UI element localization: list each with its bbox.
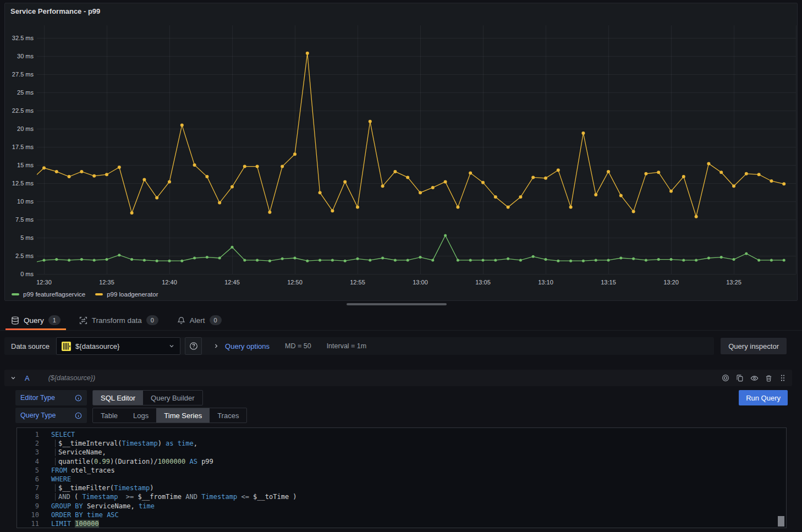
datasource-help-button[interactable] xyxy=(185,337,202,355)
query-type-option-time-series[interactable]: Time Series xyxy=(156,408,210,423)
sql-line: 8AND ( Timestamp >= $__fromTime AND Time… xyxy=(17,492,786,501)
sql-token: 1000000 xyxy=(158,458,186,465)
copy-icon xyxy=(736,374,744,382)
y-axis-tick: 10 ms xyxy=(17,198,34,205)
sql-token: otel_traces xyxy=(67,467,115,474)
sql-editor[interactable]: 1SELECT2$__timeInterval(Timestamp) as ti… xyxy=(17,427,787,528)
y-axis-tick: 12.5 ms xyxy=(12,180,34,187)
legend-marker xyxy=(95,293,103,295)
editor-tabs: Query1Transform data0Alert0 xyxy=(0,310,802,331)
chart-legend: p99 featureflagservicep99 loadgenerator xyxy=(12,291,158,298)
x-axis-tick: 12:50 xyxy=(287,279,303,286)
datasource-row: Data source ${datasource} Query options … xyxy=(4,337,714,355)
chevron-right-icon[interactable] xyxy=(213,343,219,349)
sql-line-text: $__timeFilter(Timestamp) xyxy=(51,484,153,492)
tab-badge: 0 xyxy=(210,315,222,325)
editor-type-option-query-builder[interactable]: Query Builder xyxy=(143,391,202,405)
sql-token: ) xyxy=(150,484,153,492)
line-number: 5 xyxy=(17,466,39,475)
x-axis-tick: 13:20 xyxy=(663,279,679,286)
sql-token: SELECT xyxy=(51,431,75,438)
delete-query-button[interactable] xyxy=(765,375,772,382)
database-icon xyxy=(11,316,19,325)
sql-token: p99 xyxy=(197,458,213,465)
sql-line-text: AND ( Timestamp >= $__fromTime AND Times… xyxy=(51,492,297,501)
collapse-query-button[interactable] xyxy=(10,375,17,381)
y-axis-tick: 32.5 ms xyxy=(12,35,34,41)
bell-icon xyxy=(177,316,185,325)
y-axis-tick: 25 ms xyxy=(17,89,34,96)
sql-line-text: $__timeInterval(Timestamp) as time, xyxy=(51,439,197,448)
sql-token: AND xyxy=(185,493,197,501)
sql-token: $__fromTime xyxy=(138,493,186,501)
sql-line-text: SELECT xyxy=(51,430,75,439)
query-type-option-traces[interactable]: Traces xyxy=(210,408,246,423)
sql-line-text: ORDER BY time ASC xyxy=(51,511,119,519)
sql-token: ) xyxy=(158,440,166,447)
line-number: 1 xyxy=(17,430,39,439)
legend-label: p99 loadgenerator xyxy=(107,291,158,298)
editor-type-toggle: SQL EditorQuery Builder xyxy=(92,390,203,405)
tab-alert[interactable]: Alert0 xyxy=(171,310,228,330)
tab-label: Query xyxy=(24,316,44,325)
editor-type-option-sql-editor[interactable]: SQL Editor xyxy=(93,391,143,405)
y-axis-tick: 5 ms xyxy=(20,234,34,241)
sql-token: Timestamp xyxy=(201,493,237,501)
query-type-option-table[interactable]: Table xyxy=(93,408,125,423)
query-options-toggle[interactable]: Query options xyxy=(225,342,270,350)
y-axis-tick: 0 ms xyxy=(20,271,34,277)
tab-query[interactable]: Query1 xyxy=(4,310,67,330)
panel-scrollbar-thumb[interactable] xyxy=(347,303,447,305)
sql-token: 100000 xyxy=(75,520,98,528)
tab-transform-data[interactable]: Transform data0 xyxy=(73,310,165,330)
query-inspector-button[interactable]: Query inspector xyxy=(721,338,787,354)
datasource-label: Data source xyxy=(4,342,56,350)
line-number: 8 xyxy=(17,492,39,501)
sql-line-text: WHERE xyxy=(51,475,71,484)
editor-type-label-text: Editor Type xyxy=(20,394,55,402)
chart-grid: 0 ms2.5 ms5 ms7.5 ms10 ms12.5 ms15 ms17.… xyxy=(12,25,796,286)
datasource-picker[interactable]: ${datasource} xyxy=(56,337,180,355)
sql-token: 0.99 xyxy=(94,458,110,465)
max-data-points: MD = 50 xyxy=(285,342,311,350)
panel-title: Service Performance - p99 xyxy=(10,7,100,15)
drag-query-handle-button[interactable] xyxy=(779,374,787,382)
legend-marker xyxy=(12,293,19,295)
sql-line: 2$__timeInterval(Timestamp) as time, xyxy=(17,439,786,448)
toggle-query-visibility-button[interactable] xyxy=(750,374,759,382)
legend-item-p99-loadgenerator[interactable]: p99 loadgenerator xyxy=(95,291,158,298)
line-number: 11 xyxy=(17,519,39,528)
sql-line-text: quantile(0.99)(Duration)/1000000 AS p99 xyxy=(51,457,213,466)
x-axis-tick: 13:00 xyxy=(413,279,428,286)
datasource-value: ${datasource} xyxy=(75,342,164,350)
transform-icon xyxy=(79,316,87,325)
query-type-option-logs[interactable]: Logs xyxy=(125,408,156,423)
sql-token: ServiceName, xyxy=(58,448,106,456)
query-type-label-text: Query Type xyxy=(20,412,56,419)
sql-token: ( xyxy=(70,493,83,501)
sql-token: LIMIT xyxy=(51,520,71,528)
run-query-button[interactable]: Run Query xyxy=(739,390,788,405)
legend-item-p99-featureflagservice[interactable]: p99 featureflagservice xyxy=(12,291,85,298)
sql-line: 11LIMIT 100000 xyxy=(17,519,786,528)
duplicate-query-button[interactable] xyxy=(736,374,744,382)
line-number: 9 xyxy=(17,502,39,511)
y-axis-tick: 7.5 ms xyxy=(15,216,34,223)
line-number: 4 xyxy=(17,457,39,466)
series-p99-loadgenerator xyxy=(30,52,785,218)
circle-icon xyxy=(722,374,729,382)
sql-token: WHERE xyxy=(51,475,71,483)
sql-token: time xyxy=(139,502,155,510)
sql-token: )(Duration)/ xyxy=(110,458,158,465)
query-editor-body: Editor Type SQL EditorQuery Builder Run … xyxy=(4,386,792,528)
tab-label: Transform data xyxy=(92,316,142,325)
query-toolbar: Data source ${datasource} Query options … xyxy=(4,337,787,355)
x-axis-tick: 13:25 xyxy=(726,279,741,286)
timeseries-chart[interactable]: 0 ms2.5 ms5 ms7.5 ms10 ms12.5 ms15 ms17.… xyxy=(5,3,797,300)
sql-token: >= xyxy=(118,493,138,501)
query-status-button[interactable] xyxy=(722,374,729,382)
editor-scrollbar-thumb[interactable] xyxy=(778,516,784,526)
line-number: 7 xyxy=(17,484,39,492)
info-circle-icon xyxy=(75,412,82,419)
query-type-toggle: TableLogsTime SeriesTraces xyxy=(92,408,247,423)
